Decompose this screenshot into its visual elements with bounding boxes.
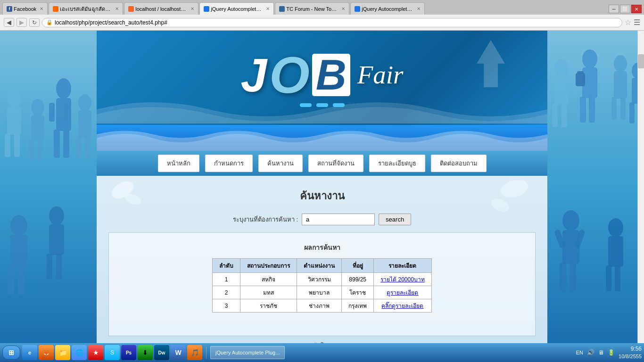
refresh-button[interactable]: ↻ (29, 18, 40, 27)
taskbar-app-star[interactable]: ★ (88, 345, 103, 360)
table-cell: ช่างภาพ (297, 299, 342, 313)
browser-content: J O B Fair (0, 31, 644, 343)
page-title: ค้นหางาน (104, 188, 540, 204)
svg-rect-54 (608, 236, 623, 267)
left-silhouette-panel (0, 31, 97, 343)
table-cell[interactable]: คลิ๊กดูรายละเอียด (374, 299, 432, 313)
svg-point-14 (78, 94, 91, 111)
network-icon[interactable]: 🖥 (598, 349, 604, 356)
results-container: ผลการค้นหา ลำดับสถานประกอบการตำแหน่งงานท… (108, 232, 536, 336)
svg-rect-41 (611, 97, 617, 120)
tab-jquery2[interactable]: jQuery Autocomplete Plug... ✕ (350, 2, 425, 15)
svg-rect-45 (629, 102, 635, 123)
taskbar-app-chrome[interactable]: 🌐 (72, 345, 87, 360)
table-cell[interactable]: ดูรายละเอียด (374, 286, 432, 299)
table-header: ที่อยู่ (342, 259, 374, 273)
lang-indicator: EN (576, 350, 583, 355)
logo-fair: Fair (357, 62, 404, 88)
tab-close-icon4[interactable]: ✕ (266, 6, 270, 11)
restore-button[interactable]: ⬜ (620, 5, 630, 13)
table-cell: โคราช (342, 286, 374, 299)
results-table: ลำดับสถานประกอบการตำแหน่งงานที่อยู่รายละ… (212, 258, 432, 313)
taskbar-app-ff[interactable]: 🦊 (39, 345, 54, 360)
svg-rect-29 (552, 104, 558, 127)
svg-rect-20 (8, 266, 14, 295)
svg-rect-56 (615, 265, 620, 291)
tab-close-icon2[interactable]: ✕ (115, 6, 119, 11)
svg-point-4 (31, 99, 44, 116)
svg-point-8 (56, 78, 71, 99)
tab-jquery-active[interactable]: jQuery Autocomplete Plug... ✕ (199, 2, 274, 15)
right-silhouette-panel (547, 31, 644, 343)
minimize-button[interactable]: ─ (609, 5, 619, 13)
table-header: สถานประกอบการ (240, 259, 297, 273)
star-icon[interactable]: ☆ (625, 18, 631, 27)
tab-jquery-label: jQuery Autocomplete Plug... (211, 6, 263, 12)
nav-rules-button[interactable]: กำหนดการ (205, 155, 253, 172)
svg-rect-7 (38, 140, 43, 161)
tab-tcforum[interactable]: TC Forum - New Topic :: ย... ✕ (275, 2, 349, 15)
address-input[interactable] (55, 19, 618, 26)
tab-jquery2-label: jQuery Autocomplete Plug... (362, 6, 413, 12)
svg-point-53 (608, 218, 623, 237)
taskbar-app-fm[interactable]: 📁 (55, 345, 70, 360)
start-button[interactable]: ⊞ (2, 346, 20, 360)
taskbar-app-dl[interactable]: ⬇ (138, 345, 153, 360)
svg-point-18 (10, 215, 27, 236)
tab-close-icon[interactable]: ✕ (40, 6, 43, 11)
nav-venue-button[interactable]: สถานที่จัดงาน (308, 155, 363, 172)
svg-rect-50 (570, 263, 576, 292)
taskbar-app-word[interactable]: W (171, 345, 186, 360)
taskbar-app-skype[interactable]: S (105, 345, 120, 360)
svg-rect-13 (64, 103, 70, 122)
svg-point-47 (562, 210, 579, 231)
tab-close-icon3[interactable]: ✕ (190, 6, 194, 11)
taskbar-app-ps[interactable]: Ps (121, 345, 136, 360)
search-button[interactable]: search (379, 214, 411, 225)
lock-icon: 🔒 (46, 19, 53, 25)
table-row: 3ราชภัชช่างภาพกรุงเทพคลิ๊กดูรายละเอียด (213, 299, 432, 313)
svg-point-33 (582, 49, 597, 68)
tab-close-icon5[interactable]: ✕ (341, 6, 345, 11)
settings-icon[interactable]: ☰ (634, 18, 640, 27)
nav-contact-button[interactable]: ติดต่อสอบถาม (431, 155, 487, 172)
tab-bar: f Facebook ✕ เอะเบรสเต้มันฉูกสัดกรยกับมี… (0, 0, 644, 15)
taskbar-app-music[interactable]: 🎵 (187, 345, 202, 360)
speaker-icon[interactable]: 🔊 (587, 349, 594, 356)
table-cell[interactable]: รายได้ 20000บาท (374, 273, 432, 286)
table-cell: มทส (240, 286, 297, 299)
table-cell: 899/25 (342, 273, 374, 286)
svg-rect-42 (620, 97, 626, 120)
nav-search-button[interactable]: ค้นหางาน (258, 155, 303, 172)
svg-rect-19 (10, 235, 27, 268)
svg-rect-16 (76, 136, 81, 159)
tab-facebook[interactable]: f Facebook ✕ (2, 2, 48, 15)
logo-b: B (312, 54, 350, 96)
taskbar-app-ie[interactable]: e (22, 345, 37, 360)
tab-thai-label: เอะเบรสเต้มันฉูกสัดกรยกับมีเล้า... (60, 5, 112, 13)
svg-rect-30 (561, 104, 567, 127)
svg-rect-5 (31, 115, 44, 141)
tab-localhost[interactable]: localhost / localhost / job/... ✕ (124, 2, 198, 15)
nav-home-button[interactable]: หน้าหลัก (158, 155, 199, 172)
table-cell: พยาบาล (297, 286, 342, 299)
taskbar-active-window[interactable]: jQuery Autocomplete Plug... (210, 346, 285, 359)
svg-point-0 (7, 89, 21, 107)
back-button[interactable]: ◀ (4, 18, 14, 27)
tab-close-icon6[interactable]: ✕ (417, 6, 421, 11)
table-cell: กรุงเทพ (342, 299, 374, 313)
svg-rect-1 (7, 107, 21, 135)
svg-rect-2 (5, 133, 10, 157)
nav-detail-button[interactable]: รายละเอียดบูธ (369, 155, 425, 172)
taskbar: ⊞ e 🦊 📁 🌐 ★ S Ps ⬇ Dw W 🎵 jQuery Autocom… (0, 343, 644, 362)
tab-thai[interactable]: เอะเบรสเต้มันฉูกสัดกรยกับมีเล้า... ✕ (49, 2, 123, 15)
svg-rect-24 (47, 254, 52, 280)
scrollbar[interactable] (637, 31, 644, 343)
forward-button[interactable]: ▶ (17, 18, 27, 27)
table-row: 2มทสพยาบาลโคราชดูรายละเอียด (213, 286, 432, 299)
table-header: รายละเอียด (374, 259, 432, 273)
close-button[interactable]: ✕ (631, 5, 642, 13)
search-input[interactable] (302, 214, 375, 225)
address-bar-container: 🔒 (42, 18, 622, 27)
taskbar-app-dw[interactable]: Dw (154, 345, 169, 360)
